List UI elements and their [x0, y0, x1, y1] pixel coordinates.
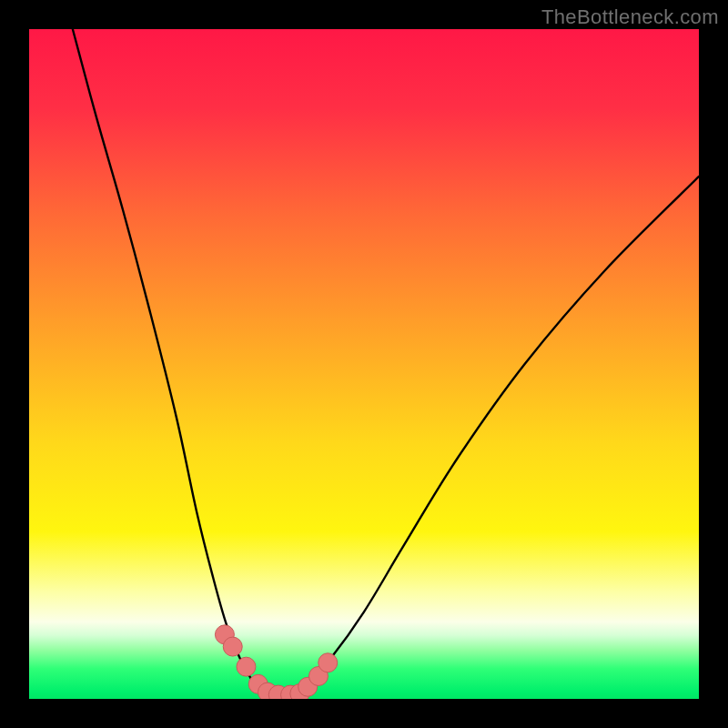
- gradient-background: [29, 29, 699, 699]
- marker-point: [223, 637, 242, 656]
- watermark-text: TheBottleneck.com: [541, 5, 719, 29]
- plot-area: [29, 29, 699, 699]
- plot-svg: [29, 29, 699, 699]
- marker-point: [237, 657, 256, 676]
- marker-point: [318, 653, 338, 672]
- chart-frame: TheBottleneck.com: [0, 0, 728, 728]
